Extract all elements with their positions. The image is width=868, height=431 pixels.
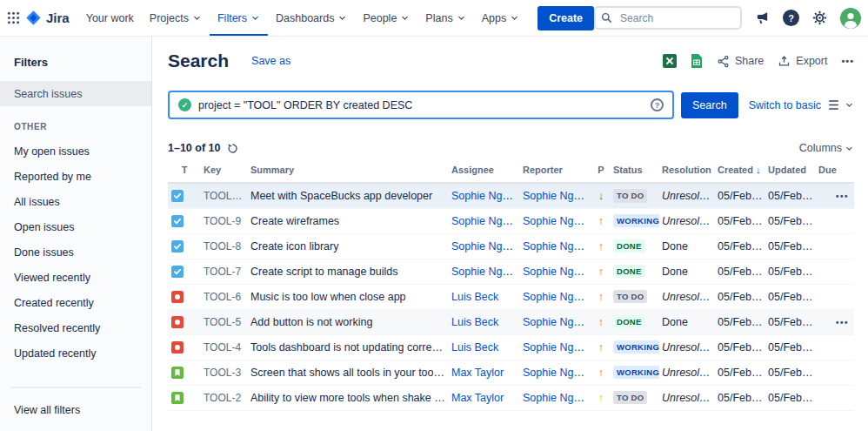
nav-item-apps[interactable]: Apps xyxy=(474,0,528,36)
issue-summary-link[interactable]: Add button is not working xyxy=(250,316,372,328)
more-actions-button[interactable]: ••• xyxy=(841,56,854,66)
issue-summary-link[interactable]: Create wireframes xyxy=(250,215,339,227)
refresh-icon[interactable] xyxy=(227,143,238,154)
nav-item-your-work[interactable]: Your work xyxy=(78,0,142,36)
due-date xyxy=(816,360,833,385)
issue-summary-link[interactable]: Create script to manage builds xyxy=(250,266,398,278)
issue-row-tool-5[interactable]: TOOL-5Add button is not workingLuis Beck… xyxy=(168,309,854,334)
sidebar-item-reported-by-me[interactable]: Reported by me xyxy=(0,164,151,189)
assignee-link[interactable]: Sophie Nguyen xyxy=(451,266,520,278)
save-as-link[interactable]: Save as xyxy=(251,55,290,67)
switch-to-basic-link[interactable]: Switch to basic xyxy=(749,99,821,111)
column-header-key[interactable]: Key xyxy=(201,165,248,183)
google-sheets-export-icon[interactable] xyxy=(691,54,703,68)
nav-item-plans[interactable]: Plans xyxy=(417,0,473,36)
sidebar-item-all-issues[interactable]: All issues xyxy=(0,189,151,214)
sidebar-item-view-all-filters[interactable]: View all filters xyxy=(0,397,151,422)
issue-summary-link[interactable]: Music is too low when close app xyxy=(250,291,406,303)
user-avatar[interactable] xyxy=(840,8,861,29)
issue-summary-link[interactable]: Screen that shows all tools in your tool… xyxy=(250,367,449,379)
created-date: 05/Feb/20 xyxy=(715,334,765,360)
issue-type-task-icon xyxy=(171,190,184,202)
column-header-resolution[interactable]: Resolution xyxy=(659,165,715,183)
search-button[interactable]: Search xyxy=(681,92,738,118)
column-header-reporter[interactable]: Reporter xyxy=(520,165,591,183)
jira-brand[interactable]: Jira xyxy=(22,10,78,26)
row-actions-button[interactable]: ••• xyxy=(836,318,849,327)
nav-item-filters[interactable]: Filters xyxy=(210,0,268,36)
issue-row-tool-6[interactable]: TOOL-6Music is too low when close appLui… xyxy=(168,284,854,309)
column-header-summary[interactable]: Summary xyxy=(248,165,449,183)
created-date: 05/Feb/20 xyxy=(715,233,765,259)
settings-gear-icon[interactable] xyxy=(812,10,827,25)
nav-item-people[interactable]: People xyxy=(355,0,417,36)
assignee-link[interactable]: Sophie Nguyen xyxy=(451,190,520,202)
issue-summary-link[interactable]: Meet with SpaceBucks app developer xyxy=(250,190,432,202)
search-options-button[interactable] xyxy=(828,99,854,111)
reporter-link[interactable]: Sophie Nguyen xyxy=(523,291,591,303)
query-help-icon[interactable] xyxy=(651,98,664,111)
sidebar-item-updated-recently[interactable]: Updated recently xyxy=(0,340,151,366)
issue-row-tool-9[interactable]: TOOL-9Create wireframesSophie NguyenSoph… xyxy=(168,208,854,233)
reporter-link[interactable]: Sophie Nguyen xyxy=(523,240,591,253)
issue-key: TOOL-9 xyxy=(201,208,248,233)
export-button[interactable]: Export xyxy=(778,55,827,68)
announcement-icon[interactable] xyxy=(755,10,770,25)
reporter-link[interactable]: Sophie Nguyen xyxy=(523,316,591,328)
excel-export-icon[interactable] xyxy=(663,54,677,68)
assignee-link[interactable]: Sophie Nguyen xyxy=(451,240,520,253)
assignee-link[interactable]: Luis Beck xyxy=(451,341,498,354)
sidebar-item-created-recently[interactable]: Created recently xyxy=(0,290,151,315)
sidebar-item-viewed-recently[interactable]: Viewed recently xyxy=(0,265,151,290)
issue-row-tool-3[interactable]: TOOL-3Screen that shows all tools in you… xyxy=(168,360,854,385)
updated-date: 05/Feb/20 xyxy=(765,208,816,233)
create-button[interactable]: Create xyxy=(537,6,594,30)
columns-button[interactable]: Columns xyxy=(799,142,854,154)
issue-summary-link[interactable]: Ability to view more tools when shake ph… xyxy=(250,392,449,404)
nav-item-label: Projects xyxy=(150,12,189,24)
column-header-due[interactable]: Due xyxy=(816,165,833,183)
jql-input[interactable] xyxy=(198,99,644,111)
results-count: 1–10 of 10 xyxy=(168,142,220,154)
reporter-link[interactable]: Sophie Nguyen xyxy=(523,367,591,379)
issue-row-tool-4[interactable]: TOOL-4Tools dashboard is not updating co… xyxy=(168,334,854,360)
issue-row-tool-10[interactable]: TOOL-10Meet with SpaceBucks app develope… xyxy=(168,183,854,208)
reporter-link[interactable]: Sophie Nguyen xyxy=(523,266,591,278)
column-header-status[interactable]: Status xyxy=(611,165,659,183)
issue-row-tool-7[interactable]: TOOL-7Create script to manage buildsSoph… xyxy=(168,259,854,284)
page-title: Search xyxy=(168,51,229,71)
column-header-p[interactable]: P xyxy=(591,165,611,183)
help-icon[interactable] xyxy=(783,10,799,26)
row-actions-button[interactable]: ••• xyxy=(836,192,849,201)
sidebar-item-done-issues[interactable]: Done issues xyxy=(0,239,151,265)
reporter-link[interactable]: Sophie Nguyen xyxy=(523,392,591,404)
reporter-link[interactable]: Sophie Nguyen xyxy=(523,190,591,202)
column-header-assignee[interactable]: Assignee xyxy=(449,165,520,183)
global-search-input[interactable] xyxy=(594,6,742,30)
issue-summary-link[interactable]: Create icon library xyxy=(250,240,338,253)
sidebar-item-open-issues[interactable]: Open issues xyxy=(0,214,151,239)
assignee-link[interactable]: Luis Beck xyxy=(451,291,498,303)
nav-item-projects[interactable]: Projects xyxy=(142,0,210,36)
sidebar-item-resolved-recently[interactable]: Resolved recently xyxy=(0,315,151,340)
assignee-link[interactable]: Max Taylor xyxy=(451,367,504,379)
nav-right-group xyxy=(594,6,861,30)
issue-row-tool-8[interactable]: TOOL-8Create icon librarySophie NguyenSo… xyxy=(168,233,854,259)
issue-summary-link[interactable]: Tools dashboard is not updating correctl… xyxy=(250,341,448,354)
app-switcher-button[interactable] xyxy=(7,6,20,30)
reporter-link[interactable]: Sophie Nguyen xyxy=(523,341,591,354)
share-button[interactable]: Share xyxy=(717,55,764,68)
column-header-t[interactable]: T xyxy=(168,165,201,183)
column-header-created[interactable]: Created↓ xyxy=(715,165,765,183)
updated-date: 05/Feb/20 xyxy=(765,309,816,334)
issue-key: TOOL-3 xyxy=(201,360,248,385)
sidebar-item-my-open-issues[interactable]: My open issues xyxy=(0,138,151,164)
issue-row-tool-2[interactable]: TOOL-2Ability to view more tools when sh… xyxy=(168,385,854,410)
nav-item-dashboards[interactable]: Dashboards xyxy=(268,0,355,36)
sidebar-item-search-issues[interactable]: Search issues xyxy=(0,81,151,106)
column-header-updated[interactable]: Updated xyxy=(765,165,816,183)
assignee-link[interactable]: Sophie Nguyen xyxy=(451,215,520,227)
assignee-link[interactable]: Max Taylor xyxy=(451,392,504,404)
assignee-link[interactable]: Luis Beck xyxy=(451,316,498,328)
reporter-link[interactable]: Sophie Nguyen xyxy=(523,215,591,227)
